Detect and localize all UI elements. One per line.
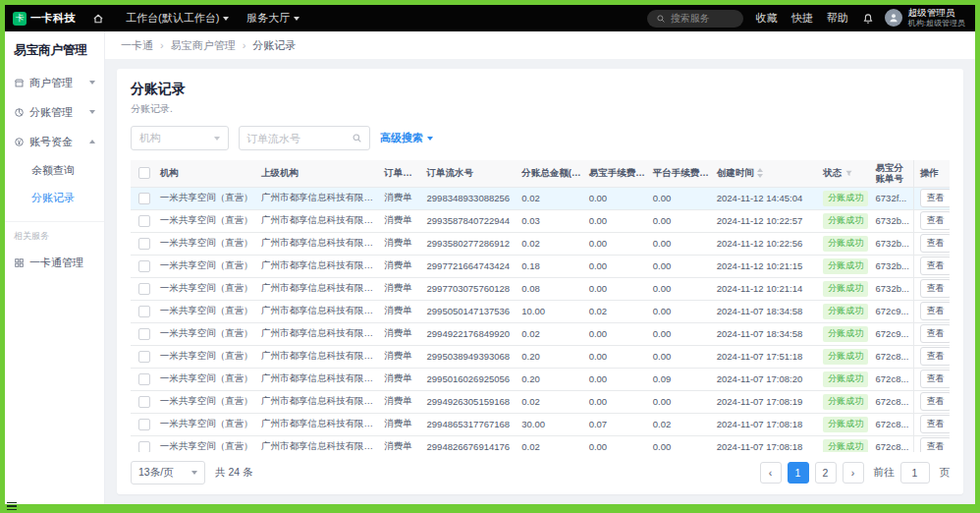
cell-order-no: 2994926305159168 [424,390,519,413]
row-checkbox[interactable] [138,193,150,204]
view-button[interactable]: 查看 [920,415,950,433]
cell-parent-org: 广州市都享信息科技有限公司 [258,277,381,300]
view-button[interactable]: 查看 [920,211,950,230]
row-checkbox[interactable] [138,238,150,250]
shortcut-link[interactable]: 快捷 [785,11,820,26]
cell-action: 查看 [913,277,950,300]
cell-split-no: 6732b... [873,255,914,277]
status-badge: 分账成功 [823,191,868,206]
prev-page-button[interactable]: ‹ [760,462,782,484]
breadcrumb-item[interactable]: 易宝商户管理 [171,38,236,53]
cell-org: 一米共享空间（直营） [157,255,258,277]
workspace-menu[interactable]: 工作台(默认工作台) [117,5,238,31]
user-org: 机构:超级管理员 [908,19,965,28]
sidebar-item-split-records[interactable]: 分账记录 [5,184,104,211]
row-checkbox[interactable] [138,419,150,430]
select-all-checkbox[interactable] [138,167,150,179]
sidebar-item-balance-query[interactable]: 余额查询 [5,156,104,184]
view-button[interactable]: 查看 [920,437,950,452]
cell-order-no: 2997721664743424 [424,255,519,277]
page-button-1[interactable]: 1 [788,462,809,484]
help-link[interactable]: 帮助 [820,11,855,26]
view-button[interactable]: 查看 [920,324,950,343]
status-badge: 分账成功 [823,326,868,342]
cell-status: 分账成功 [820,345,872,368]
order-no-input[interactable] [246,133,352,144]
row-checkbox[interactable] [138,441,150,452]
row-checkbox-cell [131,255,157,277]
cell-total-amount: 0.20 [518,345,585,368]
view-button[interactable]: 查看 [920,279,950,298]
goto-page-input[interactable] [900,462,930,484]
view-button[interactable]: 查看 [920,302,950,320]
page-size-select[interactable]: 13条/页 [131,461,205,484]
breadcrumb-current: 分账记录 [252,38,296,53]
table-row: 一米共享空间（直营）广州市都享信息科技有限公司消费单29983489330882… [131,187,950,209]
sort-created-icon[interactable] [757,168,763,178]
cell-parent-org: 广州市都享信息科技有限公司 [258,390,381,413]
view-button[interactable]: 查看 [920,256,950,275]
breadcrumb-separator: › [160,39,164,51]
service-hall-menu[interactable]: 服务大厅 [238,5,308,31]
sidebar-collapse-icon[interactable] [7,500,17,512]
status-badge: 分账成功 [823,236,868,252]
view-button[interactable]: 查看 [920,392,950,411]
favorites-link[interactable]: 收藏 [749,11,785,26]
row-checkbox[interactable] [138,351,150,363]
row-checkbox-cell [131,435,157,452]
notifications-button[interactable] [855,13,881,25]
home-button[interactable] [83,5,117,31]
sidebar-item-split-management[interactable]: 分账管理 [5,97,104,127]
filter-funnel-icon[interactable] [844,169,853,178]
cell-org: 一米共享空间（直营） [157,368,258,390]
row-checkbox[interactable] [138,260,150,272]
col-split-no: 易宝分账单号 [873,160,914,187]
global-search-input[interactable] [671,13,732,24]
cell-status: 分账成功 [820,187,872,209]
col-status: 状态 [820,160,872,187]
advanced-search-toggle[interactable]: 高级搜索 [380,131,433,145]
sidebar-item-label: 商户管理 [29,76,73,90]
sidebar-item-account-funds[interactable]: 账号资金 [5,127,104,156]
sidebar-item-label: 一卡通管理 [29,256,83,270]
status-badge: 分账成功 [823,439,868,453]
row-checkbox[interactable] [138,306,150,317]
sidebar-item-label: 分账记录 [31,191,75,205]
row-checkbox[interactable] [138,215,150,227]
table-row: 一米共享空间（直营）广州市都享信息科技有限公司消费单29935802772869… [131,232,950,255]
row-checkbox[interactable] [138,328,150,340]
split-icon [14,107,25,118]
cell-order-no: 2995016026925056 [424,368,519,390]
topbar: 卡 一卡科技 工作台(默认工作台) 服务大厅 收藏 快捷 帮助 [5,5,975,31]
status-badge: 分账成功 [823,371,868,387]
breadcrumb: 一卡通 › 易宝商户管理 › 分账记录 [105,31,975,59]
cell-yeepay-fee: 0.00 [586,187,650,209]
sidebar-item-onecard-management[interactable]: 一卡通管理 [5,248,104,277]
breadcrumb-item[interactable]: 一卡通 [121,38,153,53]
cell-status: 分账成功 [820,255,872,277]
org-select[interactable]: 机构 [131,126,229,150]
cell-org: 一米共享空间（直营） [157,277,258,300]
cell-action: 查看 [913,413,950,435]
cell-order-no: 2998348933088256 [424,187,519,209]
cell-org: 一米共享空间（直营） [157,232,258,255]
view-button[interactable]: 查看 [920,234,950,253]
related-services-label: 相关服务 [5,228,104,248]
row-checkbox[interactable] [138,373,150,385]
page-subtitle: 分账记录. [131,102,950,116]
app-logo[interactable]: 卡 一卡科技 [13,11,76,26]
row-checkbox[interactable] [138,396,150,408]
col-yeepay-fee: 易宝手续费(元) [586,160,650,187]
cell-yeepay-fee: 0.00 [586,255,650,277]
next-page-button[interactable]: › [843,462,864,484]
sidebar-item-merchant-management[interactable]: 商户管理 [5,68,104,97]
row-checkbox[interactable] [138,283,150,295]
user-menu[interactable]: 超级管理员 机构:超级管理员 [885,8,965,28]
global-search[interactable] [647,10,743,28]
page-button-2[interactable]: 2 [815,462,837,484]
view-button[interactable]: 查看 [920,189,950,207]
breadcrumb-separator: › [243,39,246,51]
goto-label: 前往 [874,466,895,480]
view-button[interactable]: 查看 [920,347,950,366]
view-button[interactable]: 查看 [920,370,950,388]
